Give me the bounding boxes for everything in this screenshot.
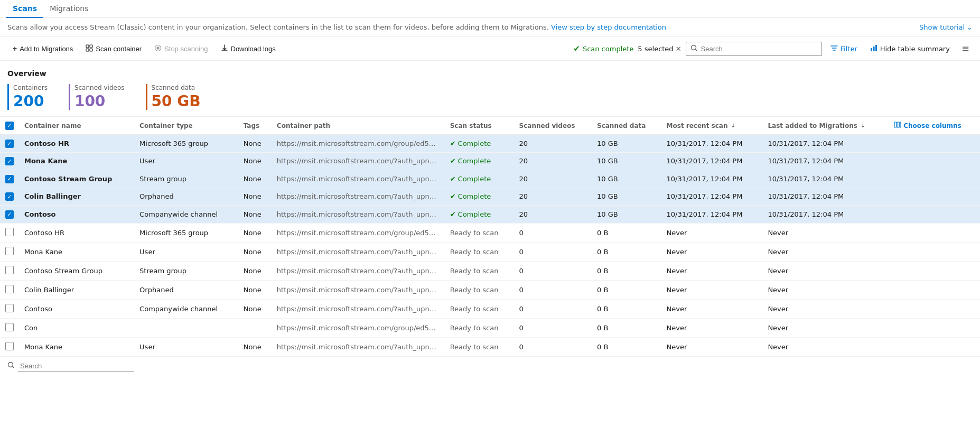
cell-scanned-data: 0 B: [592, 299, 661, 318]
tab-migrations[interactable]: Migrations: [43, 0, 95, 18]
row-checkbox[interactable]: [5, 266, 14, 274]
table-row[interactable]: Contoso HR Microsoft 365 group None http…: [0, 135, 980, 153]
table-row[interactable]: Mona Kane User None https://msit.microso…: [0, 152, 980, 170]
select-all-header[interactable]: [0, 117, 19, 135]
row-checkbox-cell[interactable]: [0, 135, 19, 153]
cell-last-added: 10/31/2017, 12:04 PM: [762, 188, 889, 206]
cell-container-path: https://msit.microsoftstream.com/?auth_u…: [272, 280, 445, 299]
cell-scanned-data: 0 B: [592, 242, 661, 261]
clear-selection-button[interactable]: ✕: [676, 45, 682, 53]
more-options-button[interactable]: ≡: [958, 41, 973, 56]
cell-last-added: Never: [762, 223, 889, 242]
col-choose-columns[interactable]: Choose columns: [889, 117, 980, 135]
cell-scanned-videos: 0: [514, 242, 592, 261]
cell-extra: [889, 318, 980, 337]
cell-container-type: Companywide channel: [134, 206, 238, 224]
svg-rect-1: [90, 45, 92, 48]
cell-scanned-videos: 20: [514, 170, 592, 188]
doc-link[interactable]: View step by step documentation: [551, 23, 666, 31]
status-complete: ✔Complete: [450, 157, 509, 165]
show-tutorial-button[interactable]: Show tutorial ⌄: [919, 23, 973, 31]
cell-tags: None: [238, 299, 272, 318]
cell-container-path: https://msit.microsoftstream.com/group/e…: [272, 223, 445, 242]
row-checkbox-cell[interactable]: [0, 152, 19, 170]
cell-last-added: 10/31/2017, 12:04 PM: [762, 170, 889, 188]
row-checkbox[interactable]: [5, 342, 14, 350]
search-box: [686, 42, 822, 56]
row-checkbox[interactable]: [5, 285, 14, 293]
download-icon: [221, 44, 228, 53]
row-checkbox-cell[interactable]: [0, 206, 19, 224]
cell-extra: [889, 206, 980, 224]
col-most-recent-scan[interactable]: Most recent scan ↓: [661, 117, 763, 135]
cell-container-name: Mona Kane: [19, 337, 134, 356]
cell-most-recent-scan: 10/31/2017, 12:04 PM: [661, 135, 763, 153]
bottom-search-input[interactable]: [18, 360, 134, 372]
chart-icon: [870, 44, 878, 53]
status-complete: ✔Complete: [450, 175, 509, 183]
row-checkbox-cell[interactable]: [0, 318, 19, 337]
stat-containers: Containers 200: [7, 84, 48, 110]
col-tags: Tags: [238, 117, 272, 135]
svg-rect-10: [894, 122, 897, 127]
svg-rect-9: [875, 45, 877, 51]
row-checkbox[interactable]: [5, 228, 14, 236]
status-ready: Ready to scan: [450, 324, 499, 332]
scan-container-button[interactable]: Scan container: [80, 42, 147, 56]
row-checkbox[interactable]: [5, 210, 14, 219]
cell-tags: None: [238, 188, 272, 206]
cell-extra: [889, 170, 980, 188]
search-input[interactable]: [701, 45, 817, 53]
table-row[interactable]: Con https://msit.microsoftstream.com/gro…: [0, 318, 980, 337]
stop-scanning-button[interactable]: Stop scanning: [149, 42, 213, 56]
cell-tags: [238, 318, 272, 337]
table-row[interactable]: Contoso Stream Group Stream group None h…: [0, 170, 980, 188]
select-all-checkbox[interactable]: [5, 122, 14, 130]
table-row[interactable]: Mona Kane User None https://msit.microso…: [0, 242, 980, 261]
row-checkbox-cell[interactable]: [0, 261, 19, 280]
row-checkbox-cell[interactable]: [0, 170, 19, 188]
filter-button[interactable]: Filter: [826, 42, 862, 56]
row-checkbox[interactable]: [5, 192, 14, 201]
cell-tags: None: [238, 337, 272, 356]
cell-most-recent-scan: Never: [661, 242, 763, 261]
chevron-down-icon: ⌄: [967, 23, 973, 31]
row-checkbox[interactable]: [5, 175, 14, 183]
cell-extra: [889, 299, 980, 318]
cell-scanned-data: 0 B: [592, 280, 661, 299]
cell-container-name: Colin Ballinger: [19, 188, 134, 206]
hide-table-summary-button[interactable]: Hide table summary: [866, 42, 954, 56]
row-checkbox[interactable]: [5, 304, 14, 312]
svg-rect-7: [871, 48, 872, 51]
row-checkbox[interactable]: [5, 323, 14, 331]
table-row[interactable]: Mona Kane User None https://msit.microso…: [0, 337, 980, 356]
tab-scans[interactable]: Scans: [6, 0, 43, 18]
row-checkbox-cell[interactable]: [0, 299, 19, 318]
download-logs-button[interactable]: Download logs: [216, 42, 281, 56]
row-checkbox-cell[interactable]: [0, 188, 19, 206]
table-row[interactable]: Contoso Stream Group Stream group None h…: [0, 261, 980, 280]
table-row[interactable]: Contoso HR Microsoft 365 group None http…: [0, 223, 980, 242]
row-checkbox-cell[interactable]: [0, 223, 19, 242]
cell-most-recent-scan: Never: [661, 299, 763, 318]
cell-extra: [889, 188, 980, 206]
cell-last-added: 10/31/2017, 12:04 PM: [762, 152, 889, 170]
table-row[interactable]: Colin Ballinger Orphaned None https://ms…: [0, 280, 980, 299]
row-checkbox-cell[interactable]: [0, 280, 19, 299]
row-checkbox[interactable]: [5, 157, 14, 165]
row-checkbox-cell[interactable]: [0, 242, 19, 261]
row-checkbox[interactable]: [5, 247, 14, 255]
cell-extra: [889, 135, 980, 153]
description-bar: Scans allow you access Stream (Classic) …: [0, 18, 980, 37]
add-to-migrations-button[interactable]: + Add to Migrations: [7, 42, 78, 55]
cell-scanned-videos: 0: [514, 337, 592, 356]
cell-scan-status: Ready to scan: [445, 242, 514, 261]
row-checkbox-cell[interactable]: [0, 337, 19, 356]
table-row[interactable]: Contoso Companywide channel None https:/…: [0, 206, 980, 224]
table-body: Contoso HR Microsoft 365 group None http…: [0, 135, 980, 357]
table-row[interactable]: Colin Ballinger Orphaned None https://ms…: [0, 188, 980, 206]
cell-tags: None: [238, 135, 272, 153]
table-row[interactable]: Contoso Companywide channel None https:/…: [0, 299, 980, 318]
col-last-added[interactable]: Last added to Migrations ↓: [762, 117, 889, 135]
row-checkbox[interactable]: [5, 140, 14, 148]
